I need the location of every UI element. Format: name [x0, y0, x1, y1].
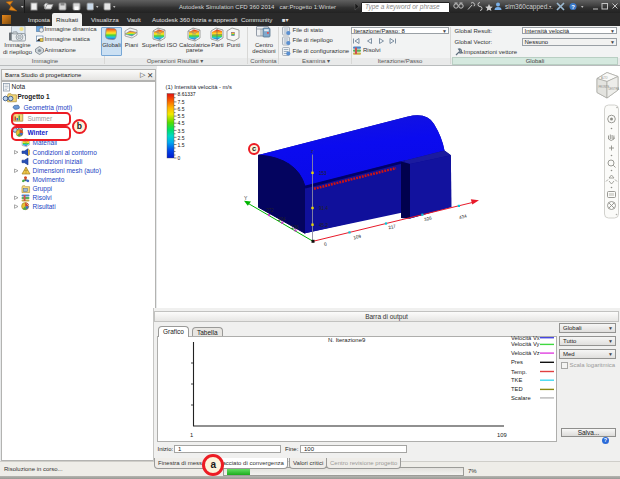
svg-text:1.5: 1.5	[178, 142, 185, 148]
svg-text:8.61337: 8.61337	[178, 91, 196, 97]
svg-text:326: 326	[424, 215, 433, 222]
svg-text:136: 136	[291, 225, 299, 230]
svg-text:2.5: 2.5	[178, 135, 185, 141]
svg-text:272: 272	[266, 208, 274, 213]
svg-text:217: 217	[388, 224, 397, 231]
svg-text:?: ?	[571, 4, 575, 10]
svg-text:91.4: 91.4	[319, 206, 328, 211]
svg-text:7.5: 7.5	[178, 99, 185, 105]
svg-text:ALTO: ALTO	[601, 76, 608, 80]
svg-text:0: 0	[178, 155, 181, 161]
svg-text:(1) Intensità velocità - m/s: (1) Intensità velocità - m/s	[166, 84, 232, 90]
svg-text:153: 153	[319, 171, 327, 176]
svg-text:Y: Y	[244, 195, 248, 201]
svg-text:45.2: 45.2	[319, 223, 328, 228]
svg-text:109: 109	[353, 234, 362, 241]
svg-text:4.5: 4.5	[178, 120, 185, 126]
svg-text:0: 0	[323, 241, 327, 247]
svg-text:434: 434	[459, 213, 468, 220]
svg-text:5.5: 5.5	[178, 113, 185, 119]
svg-text:6.5: 6.5	[178, 106, 185, 112]
svg-text:3.5: 3.5	[178, 128, 185, 134]
svg-text:DESTRA: DESTRA	[609, 87, 620, 91]
svg-text:204: 204	[278, 217, 286, 222]
